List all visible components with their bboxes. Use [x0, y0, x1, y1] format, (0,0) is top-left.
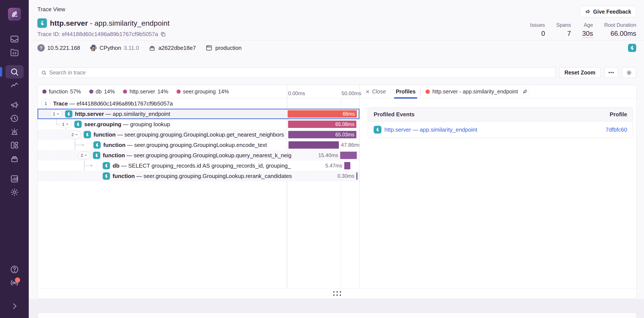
reset-zoom-button[interactable]: Reset Zoom: [559, 67, 601, 78]
help-icon: [10, 265, 19, 274]
children-count-pill[interactable]: 2: [69, 131, 80, 138]
code-folder-icon: [10, 48, 19, 57]
meta-ip: ? 10.5.221.168: [38, 44, 80, 52]
ops-breakdown-legend: function57%db14%http.server14%seer.group…: [42, 88, 229, 95]
legend-item-function[interactable]: function57%: [42, 88, 81, 95]
children-count-pill[interactable]: 1: [60, 121, 71, 128]
drag-handle[interactable]: [333, 291, 341, 296]
trace-row[interactable]: 2function — seer.grouping.grouping.Group…: [38, 130, 360, 140]
profile-id-link[interactable]: 7dfbfc60: [606, 126, 627, 133]
trace-row[interactable]: 1seer.grouping — grouping lookup65.08ms: [38, 119, 360, 130]
sidebar-item-help[interactable]: [6, 263, 24, 276]
sidebar-item-releases[interactable]: [6, 152, 24, 165]
sidebar-item-alerts[interactable]: [6, 125, 24, 139]
close-panel-button[interactable]: Close: [365, 88, 386, 95]
tab-pinned-span[interactable]: http.server - app.similarity_endpoint: [426, 87, 529, 96]
sentry-logo[interactable]: [8, 8, 21, 21]
sidebar-item-feedback[interactable]: [6, 98, 24, 112]
megaphone-icon: [585, 9, 590, 14]
seer-icon: [94, 142, 100, 148]
trace-row[interactable]: 2function — seer.grouping.grouping.Group…: [38, 150, 360, 160]
project-avatar: [103, 162, 110, 169]
sidebar-item-replays[interactable]: [6, 112, 24, 125]
stat-label-root-duration: Root Duration: [604, 22, 636, 28]
trace-settings-button[interactable]: [622, 67, 636, 78]
trace-tree-header: function57%db14%http.server14%seer.group…: [38, 85, 360, 98]
tab-divider: [391, 88, 391, 95]
sidebar-expand-button[interactable]: [6, 300, 24, 313]
project-avatar: [374, 126, 382, 134]
unknown-browser-icon: ?: [38, 44, 45, 52]
search-icon: [10, 67, 19, 77]
profiled-events-title: Profiled Events: [374, 111, 414, 118]
project-avatar: [65, 110, 72, 118]
sidebar-item-traces[interactable]: [6, 79, 24, 92]
sidebar-item-projects[interactable]: [6, 46, 24, 59]
axis-tick-0: 0.00ms: [288, 90, 305, 96]
span-description: http.server — app.similarity_endpoint: [75, 111, 360, 117]
trace-row[interactable]: 1http.server — app.similarity_endpoint66…: [38, 109, 360, 119]
trace-row[interactable]: 1Trace — ef44188d60c1496a89b1767cf9b5057…: [38, 98, 360, 109]
span-color-dot: [426, 90, 430, 94]
stat-label-spans: Spans: [556, 22, 571, 28]
trace-meta-row: ? 10.5.221.168 CPython 3.11.0 a2622dbe18…: [29, 40, 644, 56]
megaphone-icon: [10, 100, 19, 110]
chevron-up-icon: [56, 112, 60, 116]
profiled-event-link[interactable]: http.server — app.similarity_endpoint: [384, 126, 477, 133]
span-description: Trace — ef44188d60c1496a89b1767cf9b5057a: [53, 100, 360, 107]
sidebar-item-issues[interactable]: [6, 32, 24, 46]
legend-item-db[interactable]: db14%: [89, 88, 115, 95]
pin-tab-button[interactable]: [520, 87, 529, 96]
project-avatar: [93, 152, 100, 159]
sidebar-item-dashboards[interactable]: [6, 139, 24, 152]
profiled-event-row[interactable]: http.server — app.similarity_endpoint 7d…: [368, 122, 633, 138]
span-detail-panel: Close Profiles http.server - app.similar…: [360, 85, 636, 288]
legend-item-seer.grouping[interactable]: seer.grouping14%: [176, 88, 229, 95]
trace-row[interactable]: function — seer.grouping.grouping.Groupi…: [38, 140, 360, 150]
trace-id: Trace ID: ef44188d60c1496a89b1767cf9b505…: [38, 31, 158, 37]
children-count-pill[interactable]: 1: [50, 110, 62, 118]
project-avatar: [84, 131, 91, 138]
traces-zigzag-icon: [10, 80, 19, 90]
sidebar-item-settings[interactable]: [6, 185, 24, 199]
tab-profiles[interactable]: Profiles: [396, 85, 416, 98]
stat-value-age: 30s: [582, 30, 593, 38]
window-icon: [205, 44, 213, 52]
chevron-up-icon: [75, 133, 78, 136]
gear-icon: [626, 70, 632, 76]
gear-icon: [10, 187, 19, 197]
sidebar-item-stats[interactable]: [6, 172, 24, 185]
span-description: function — seer.grouping.grouping.Groupi…: [112, 173, 360, 179]
project-avatar-small[interactable]: [628, 44, 636, 52]
children-count-pill[interactable]: 2: [78, 152, 90, 159]
bottom-drawer-edge[interactable]: [38, 313, 637, 318]
issues-icon: [10, 34, 19, 44]
stat-value-root-duration: 66.00ms: [610, 30, 636, 37]
legend-dot: [123, 90, 127, 94]
more-options-button[interactable]: •••: [604, 67, 618, 78]
stat-label-issues: Issues: [530, 22, 545, 28]
sidebar-item-explore[interactable]: [6, 65, 24, 79]
trace-title-desc: app.similarity_endpoint: [94, 19, 170, 27]
trace-title: http.server - app.similarity_endpoint: [50, 19, 170, 27]
children-count-pill[interactable]: 1: [41, 100, 50, 107]
notification-dot: [15, 278, 20, 283]
give-feedback-button[interactable]: Give Feedback: [580, 6, 636, 17]
seer-icon: [39, 20, 46, 26]
sidebar-item-whats-new[interactable]: [6, 276, 24, 290]
chevron-up-icon: [66, 123, 69, 126]
search-box[interactable]: [38, 67, 556, 78]
chevron-right-icon: [10, 301, 19, 311]
copy-icon[interactable]: [160, 31, 166, 37]
trace-row[interactable]: function — seer.grouping.grouping.Groupi…: [38, 171, 360, 181]
trace-stats: Issues0 Spans7 Age30s Root Duration66.00…: [530, 22, 636, 38]
legend-item-http.server[interactable]: http.server14%: [123, 88, 168, 95]
trace-row[interactable]: db — SELECT grouping_records.id AS group…: [38, 160, 360, 171]
siren-icon: [10, 127, 19, 137]
meta-runtime: CPython 3.11.0: [90, 44, 139, 52]
seer-icon: [375, 127, 380, 132]
search-input[interactable]: [49, 69, 552, 76]
span-description: seer.grouping — grouping lookup: [84, 121, 360, 128]
trace-rows: 1Trace — ef44188d60c1496a89b1767cf9b5057…: [38, 98, 360, 288]
trace-tree: function57%db14%http.server14%seer.group…: [38, 85, 360, 288]
